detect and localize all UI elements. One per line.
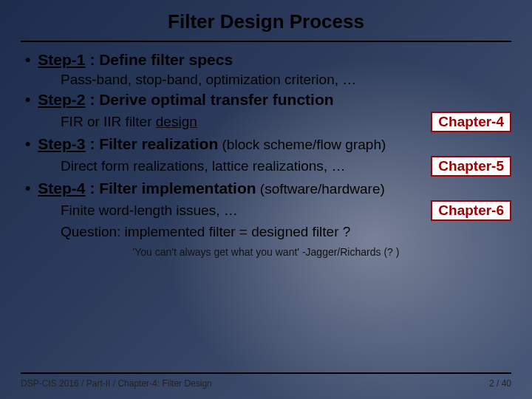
quote-line: 'You can't always get what you want' -Ja… [21,246,511,258]
sub-text-pre: FIR or IIR filter [61,114,156,129]
step-list: • Step-1 : Define filter specs Pass-band… [21,51,511,240]
sub-text: Direct form realizations, lattice realiz… [61,158,425,174]
slide-title: Filter Design Process [21,10,511,33]
step-rest: : Derive optimal transfer function [86,91,334,108]
sub-text: FIR or IIR filter design [61,114,425,130]
step-heading-text: Step-3 : Filter realization (block schem… [38,135,386,153]
step-2: • Step-2 : Derive optimal transfer funct… [25,91,511,132]
step-heading-text: Step-2 : Derive optimal transfer functio… [38,91,333,109]
step-4: • Step-4 : Filter implementation (softwa… [25,180,511,240]
bullet-icon: • [25,180,30,197]
step-1-heading: • Step-1 : Define filter specs [25,51,511,69]
bullet-icon: • [25,135,30,153]
step-label: Step-2 [38,91,85,108]
chapter-badge: Chapter-6 [431,200,511,221]
step-rest: : Filter implementation [86,180,256,197]
step-1: • Step-1 : Define filter specs Pass-band… [25,51,511,88]
bullet-icon: • [25,91,30,109]
step-3: • Step-3 : Filter realization (block sch… [25,135,511,177]
step-paren: (block scheme/flow graph) [218,137,386,152]
bullet-icon: • [25,51,30,69]
page-number: 2 / 40 [489,378,511,389]
sub-text: Pass-band, stop-band, optimization crite… [61,72,511,88]
sub-text: Finite word-length issues, … [61,202,425,219]
footer-left: DSP-CIS 2016 / Part-II / Chapter-4: Filt… [21,378,212,389]
step-3-heading: • Step-3 : Filter realization (block sch… [25,135,511,153]
sub-text: Question: implemented filter = designed … [61,224,511,240]
step-4-heading: • Step-4 : Filter implementation (softwa… [25,180,511,197]
footer-row: DSP-CIS 2016 / Part-II / Chapter-4: Filt… [21,378,511,389]
step-heading-text: Step-4 : Filter implementation (software… [38,180,384,197]
chapter-badge: Chapter-4 [431,112,511,132]
step-4-sub-1: Finite word-length issues, … Chapter-6 [25,200,511,221]
step-label: Step-4 [38,180,85,197]
step-heading-text: Step-1 : Define filter specs [38,51,233,69]
divider-bottom [21,372,511,374]
step-label: Step-3 [38,135,85,152]
step-rest: : Filter realization [86,135,219,152]
step-rest: : Define filter specs [86,51,233,68]
slide: Filter Design Process • Step-1 : Define … [0,0,532,399]
footer: DSP-CIS 2016 / Part-II / Chapter-4: Filt… [21,372,511,389]
chapter-badge: Chapter-5 [431,156,511,177]
step-label: Step-1 [38,51,85,68]
sub-text-underline: design [156,114,197,129]
step-3-sub-1: Direct form realizations, lattice realiz… [25,156,511,177]
step-paren: (software/hardware) [256,181,385,197]
step-2-sub-1: FIR or IIR filter design Chapter-4 [25,112,511,132]
step-2-heading: • Step-2 : Derive optimal transfer funct… [25,91,511,109]
content-area: • Step-1 : Define filter specs Pass-band… [21,42,511,258]
step-4-sub-2: Question: implemented filter = designed … [25,224,511,240]
step-1-sub-1: Pass-band, stop-band, optimization crite… [25,72,511,88]
